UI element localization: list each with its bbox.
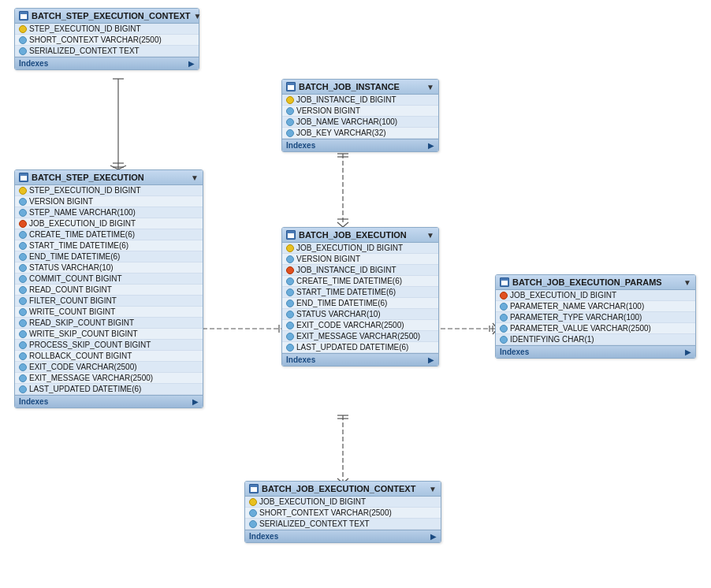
table-row: COMMIT_COUNT BIGINT (15, 274, 203, 285)
table-row: SERIALIZED_CONTEXT TEXT (245, 519, 441, 530)
table-arrow: ▼ (429, 485, 437, 493)
table-row: PARAMETER_VALUE VARCHAR(2500) (496, 323, 695, 334)
field-name: EXIT_CODE VARCHAR(2500) (29, 363, 137, 371)
table-row: READ_COUNT BIGINT (15, 285, 203, 296)
table-batch-job-execution-params[interactable]: BATCH_JOB_EXECUTION_PARAMS ▼ JOB_EXECUTI… (495, 274, 696, 359)
table-footer[interactable]: Indexes ▶ (15, 57, 199, 69)
field-icon-nullable (249, 520, 257, 528)
table-row: PARAMETER_TYPE VARCHAR(100) (496, 312, 695, 323)
table-row: PARAMETER_NAME VARCHAR(100) (496, 301, 695, 312)
field-icon-nullable (19, 385, 27, 393)
table-row: JOB_EXECUTION_ID BIGINT (15, 218, 203, 229)
table-row: VERSION BIGINT (15, 196, 203, 207)
field-icon-nullable (19, 275, 27, 283)
table-header: BATCH_JOB_EXECUTION ▼ (282, 228, 438, 243)
table-arrow: ▼ (194, 12, 202, 20)
field-name: JOB_EXECUTION_ID BIGINT (296, 244, 403, 252)
field-icon-nullable (286, 288, 294, 296)
field-icon-nullable (286, 118, 294, 126)
table-row: LAST_UPDATED DATETIME(6) (15, 384, 203, 395)
table-row: VERSION BIGINT (282, 106, 438, 117)
field-name: STATUS VARCHAR(10) (29, 263, 114, 272)
field-name: VERSION BIGINT (29, 197, 93, 206)
field-icon-key-red (286, 266, 294, 274)
table-icon (286, 82, 296, 91)
field-name: END_TIME DATETIME(6) (29, 252, 120, 261)
table-row: WRITE_COUNT BIGINT (15, 307, 203, 318)
table-row: JOB_INSTANCE_ID BIGINT (282, 95, 438, 106)
table-row: JOB_EXECUTION_ID BIGINT (496, 290, 695, 301)
table-row: STATUS VARCHAR(10) (15, 262, 203, 274)
table-icon (500, 277, 509, 287)
field-name: EXIT_MESSAGE VARCHAR(2500) (29, 374, 153, 382)
table-row: STEP_NAME VARCHAR(100) (15, 207, 203, 218)
table-footer[interactable]: Indexes ▶ (245, 530, 441, 542)
field-name: VERSION BIGINT (296, 255, 360, 263)
field-icon-nullable (19, 47, 27, 55)
table-row: JOB_EXECUTION_ID BIGINT (245, 497, 441, 508)
table-arrow: ▼ (683, 278, 691, 287)
table-icon (286, 230, 296, 240)
table-batch-step-execution[interactable]: BATCH_STEP_EXECUTION ▼ STEP_EXECUTION_ID… (14, 169, 203, 408)
field-icon-nullable (19, 330, 27, 338)
table-header: BATCH_STEP_EXECUTION_CONTEXT ▼ (15, 9, 199, 24)
table-row: JOB_EXECUTION_ID BIGINT (282, 243, 438, 254)
footer-arrow: ▶ (428, 141, 434, 150)
field-icon-key-red (19, 220, 27, 228)
footer-arrow: ▶ (192, 397, 199, 406)
table-row: STATUS VARCHAR(10) (282, 309, 438, 320)
field-name: WRITE_SKIP_COUNT BIGINT (29, 329, 138, 338)
table-batch-job-execution-context[interactable]: BATCH_JOB_EXECUTION_CONTEXT ▼ JOB_EXECUT… (244, 481, 441, 543)
table-footer[interactable]: Indexes ▶ (282, 353, 438, 366)
field-name: JOB_NAME VARCHAR(100) (296, 117, 397, 126)
field-icon-nullable (286, 311, 294, 318)
field-name: START_TIME DATETIME(6) (29, 241, 128, 250)
field-icon-nullable (286, 333, 294, 341)
table-header: BATCH_JOB_EXECUTION_CONTEXT ▼ (245, 482, 441, 497)
table-row: EXIT_CODE VARCHAR(2500) (15, 362, 203, 373)
field-icon-nullable (19, 319, 27, 327)
table-batch-job-instance[interactable]: BATCH_JOB_INSTANCE ▼ JOB_INSTANCE_ID BIG… (281, 79, 439, 152)
table-batch-job-execution[interactable]: BATCH_JOB_EXECUTION ▼ JOB_EXECUTION_ID B… (281, 227, 439, 367)
field-name: CREATE_TIME DATETIME(6) (29, 230, 135, 239)
field-icon-nullable (286, 107, 294, 115)
field-icon-nullable (286, 129, 294, 137)
table-footer[interactable]: Indexes ▶ (496, 345, 695, 358)
table-footer[interactable]: Indexes ▶ (282, 139, 438, 151)
table-icon (19, 173, 28, 182)
field-name: ROLLBACK_COUNT BIGINT (29, 352, 132, 360)
footer-label: Indexes (286, 141, 315, 150)
field-icon-nullable (19, 231, 27, 239)
table-row: START_TIME DATETIME(6) (15, 240, 203, 251)
table-title: BATCH_JOB_EXECUTION_CONTEXT (262, 484, 426, 493)
field-name: STEP_NAME VARCHAR(100) (29, 208, 136, 217)
field-icon-nullable (19, 297, 27, 305)
field-icon-key (286, 244, 294, 252)
footer-arrow: ▶ (188, 59, 195, 68)
field-icon-nullable (286, 322, 294, 329)
field-name: STATUS VARCHAR(10) (296, 310, 381, 318)
table-row: FILTER_COUNT BIGINT (15, 296, 203, 307)
field-name: EXIT_MESSAGE VARCHAR(2500) (296, 332, 420, 341)
field-name: LAST_UPDATED DATETIME(6) (296, 343, 408, 352)
footer-arrow: ▶ (430, 532, 437, 541)
table-row: EXIT_MESSAGE VARCHAR(2500) (15, 373, 203, 384)
table-title: BATCH_JOB_EXECUTION (299, 230, 423, 240)
table-title: BATCH_JOB_EXECUTION_PARAMS (512, 277, 680, 287)
field-icon-nullable (19, 264, 27, 272)
field-name: END_TIME DATETIME(6) (296, 299, 387, 307)
table-batch-step-execution-context[interactable]: BATCH_STEP_EXECUTION_CONTEXT ▼ STEP_EXEC… (14, 8, 199, 70)
field-name: READ_COUNT BIGINT (29, 285, 112, 294)
table-row: JOB_NAME VARCHAR(100) (282, 117, 438, 128)
field-icon-nullable (500, 325, 508, 333)
table-row: SHORT_CONTEXT VARCHAR(2500) (245, 508, 441, 519)
field-icon-nullable (19, 374, 27, 382)
table-footer[interactable]: Indexes ▶ (15, 395, 203, 408)
footer-arrow: ▶ (685, 348, 691, 356)
table-row: VERSION BIGINT (282, 254, 438, 265)
field-name: START_TIME DATETIME(6) (296, 288, 396, 296)
field-name: JOB_EXECUTION_ID BIGINT (510, 291, 616, 300)
table-header: BATCH_JOB_INSTANCE ▼ (282, 80, 438, 95)
field-icon-key (286, 96, 294, 104)
field-name: SHORT_CONTEXT VARCHAR(2500) (259, 508, 392, 517)
